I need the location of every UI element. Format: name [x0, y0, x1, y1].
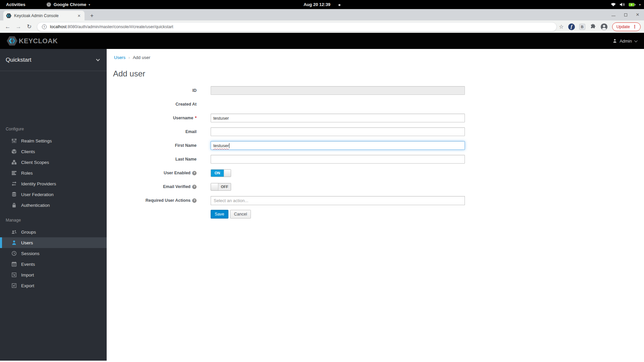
browser-tab-active[interactable]: Keycloak Admin Console ×	[3, 11, 85, 20]
back-button[interactable]: ←	[3, 20, 13, 33]
help-icon[interactable]: ?	[192, 185, 197, 189]
required-actions-select[interactable]: Select an action...	[211, 196, 465, 205]
focused-app-menu[interactable]: Google Chrome ▾	[46, 2, 90, 7]
sidebar-item-label: Events	[21, 262, 35, 267]
window-close-button[interactable]: ×	[636, 13, 639, 17]
sidebar-item-realm-settings[interactable]: Realm Settings	[0, 135, 107, 146]
first-name-label: First Name	[175, 143, 197, 148]
form-row-user-enabled: User Enabled ? ON	[113, 169, 482, 177]
realm-name: Quickstart	[6, 57, 32, 63]
activities-button[interactable]: Activities	[4, 2, 28, 7]
window-maximize-button[interactable]	[624, 13, 627, 16]
site-info-icon[interactable]: i	[42, 24, 47, 29]
clock-menu[interactable]: Aug 20 12:39	[0, 2, 644, 7]
sidebar-item-label: Import	[21, 273, 34, 278]
browser-toolbar: ← → ↻ i localhost:8080/auth/admin/master…	[0, 20, 644, 33]
admin-user-menu[interactable]: Admin	[612, 33, 637, 49]
user-enabled-toggle[interactable]: ON	[211, 169, 231, 177]
id-field	[211, 86, 465, 95]
sidebar-item-roles[interactable]: Roles	[0, 168, 107, 178]
sidebar-item-import[interactable]: Import	[0, 269, 107, 280]
page-title: Add user	[113, 69, 145, 78]
add-user-form: ID Created At Username * Email F	[113, 86, 482, 224]
help-icon[interactable]: ?	[192, 171, 197, 175]
sidebar-item-authentication[interactable]: Authentication	[0, 200, 107, 210]
sidebar-item-users[interactable]: Users	[0, 237, 107, 248]
sidebar-item-label: Clients	[21, 149, 35, 154]
sidebar-item-groups[interactable]: Groups	[0, 227, 107, 237]
url-path: :8080/auth/admin/master/console/#/create…	[66, 24, 173, 29]
profile-avatar-icon[interactable]	[600, 23, 608, 31]
save-button[interactable]: Save	[211, 210, 228, 219]
window-minimize-button[interactable]	[611, 14, 615, 16]
first-name-field[interactable]: testuser	[211, 141, 465, 150]
keycloak-logo-icon	[7, 36, 17, 46]
email-verified-label: Email Verified	[163, 184, 191, 189]
browser-tab-strip: Keycloak Admin Console × + ×	[0, 9, 644, 20]
sidebar-item-client-scopes[interactable]: Client Scopes	[0, 157, 107, 168]
new-tab-button[interactable]: +	[88, 12, 96, 20]
extensions-puzzle-icon[interactable]	[590, 23, 596, 30]
sidebar-item-clients[interactable]: Clients	[0, 146, 107, 157]
help-icon[interactable]: ?	[192, 198, 197, 203]
user-icon	[10, 240, 18, 245]
chrome-update-button[interactable]: Update ⋮	[612, 22, 641, 31]
sidebar-item-user-federation[interactable]: User Federation	[0, 189, 107, 200]
last-name-field[interactable]	[211, 155, 465, 164]
toggle-on-label: ON	[211, 170, 224, 177]
chevron-down-icon: ▾	[639, 3, 641, 6]
url-host: localhost	[50, 24, 66, 29]
users-group-icon	[10, 229, 18, 235]
sidebar-item-sessions[interactable]: Sessions	[0, 248, 107, 259]
realm-selector[interactable]: Quickstart	[0, 49, 107, 71]
cancel-button[interactable]: Cancel	[230, 210, 251, 219]
main-content: Users › Add user Add user ID Created At …	[107, 49, 644, 362]
import-icon	[10, 272, 18, 278]
breadcrumb-users-link[interactable]: Users	[114, 55, 125, 60]
user-enabled-label: User Enabled	[164, 171, 191, 175]
email-verified-toggle[interactable]: OFF	[211, 183, 231, 191]
extension-b-icon[interactable]: B	[579, 24, 585, 30]
sidebar-item-label: Authentication	[21, 203, 50, 208]
keycloak-logo[interactable]: KEYCLOAK	[7, 36, 58, 46]
fedora-extension-icon[interactable]: f	[568, 23, 575, 30]
export-icon	[10, 283, 18, 288]
keycloak-favicon	[6, 13, 11, 18]
last-name-label: Last Name	[175, 157, 197, 162]
user-icon	[612, 39, 617, 43]
email-field[interactable]	[211, 127, 465, 136]
tab-close-icon[interactable]: ×	[76, 13, 82, 18]
update-label: Update	[616, 24, 630, 29]
chevron-down-icon	[96, 57, 100, 61]
sidebar-item-identity-providers[interactable]: Identity Providers	[0, 178, 107, 189]
gnome-top-bar: Activities Google Chrome ▾ Aug 20 12:39 …	[0, 0, 644, 9]
sliders-icon	[10, 138, 18, 143]
toggle-off-label: OFF	[218, 183, 231, 190]
sidebar-item-export[interactable]: Export	[0, 280, 107, 291]
lock-icon	[10, 202, 18, 208]
form-row-email-verified: Email Verified ? OFF	[113, 182, 482, 191]
sidebar-item-label: Users	[21, 240, 33, 245]
exchange-arrows-icon	[10, 181, 18, 186]
form-row-email: Email	[113, 127, 482, 136]
sidebar-item-label: Realm Settings	[21, 138, 52, 143]
url-text: localhost:8080/auth/admin/master/console…	[50, 24, 173, 29]
sidebar: Quickstart Configure Realm Settings Clie…	[0, 49, 107, 361]
notification-dot	[338, 4, 340, 6]
text-cursor	[229, 143, 229, 148]
bookmark-star-icon[interactable]: ☆	[559, 23, 564, 30]
reload-button[interactable]: ↻	[24, 20, 34, 33]
cube-icon	[10, 149, 18, 154]
first-name-value: testuser	[213, 143, 229, 148]
wifi-icon	[610, 2, 616, 7]
system-tray-menu[interactable]: ▾	[610, 0, 641, 9]
email-label: Email	[185, 129, 197, 134]
battery-charging-icon	[629, 3, 636, 7]
form-row-last-name: Last Name	[113, 155, 482, 164]
database-icon	[10, 192, 18, 197]
forward-button[interactable]: →	[13, 20, 23, 33]
browser-menu-dots-icon[interactable]: ⋮	[633, 24, 637, 29]
address-bar[interactable]: i localhost:8080/auth/admin/master/conso…	[37, 22, 557, 32]
sidebar-item-events[interactable]: Events	[0, 259, 107, 269]
username-field[interactable]	[211, 114, 465, 122]
